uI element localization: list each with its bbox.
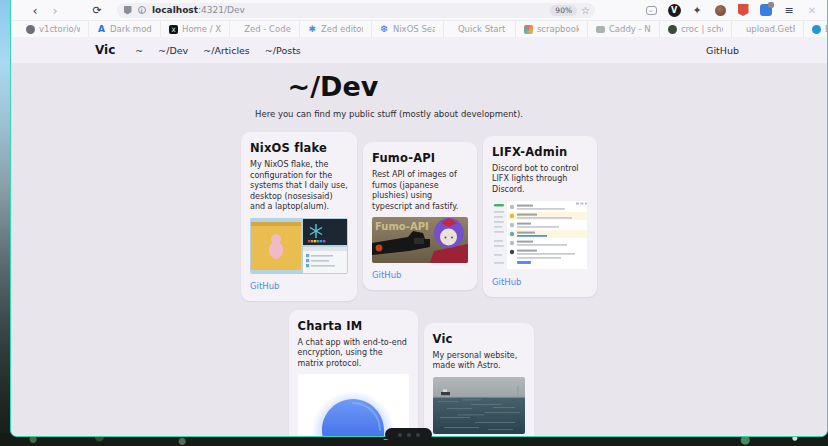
bookmark-item[interactable]: v1ctorio/w: [17, 21, 89, 37]
account-avatar[interactable]: V: [667, 3, 681, 17]
card-title: NixOS flake: [250, 141, 348, 155]
bookmark-label: Home / X: [182, 24, 221, 34]
card-github-link[interactable]: GitHub: [492, 277, 521, 287]
url-path: :4321/Dev: [198, 5, 245, 15]
charta-logo-image: [298, 374, 409, 436]
card-charta-im: Charta IM A chat app with end-to-end enc…: [289, 310, 418, 436]
desktop-screen: ‹ › ⟳ i localhost:4321/Dev 90% ☆ ⌄ V ✦ ≡: [0, 0, 828, 446]
dark-mode-icon: A: [97, 25, 106, 34]
lifx-discord-screenshot: [492, 200, 588, 270]
card-github-link[interactable]: GitHub: [250, 281, 279, 291]
tracking-shield-icon[interactable]: [122, 5, 133, 16]
card-fumo-api: Fumo-API Rest API of images of fumos (ja…: [363, 142, 477, 290]
cards-row-1: NixOS flake My NixOS flake, the configur…: [11, 132, 827, 301]
reload-button[interactable]: ⟳: [87, 2, 107, 18]
extensions-puzzle-icon[interactable]: ✦: [690, 3, 704, 17]
card-nixos-flake: NixOS flake My NixOS flake, the configur…: [241, 132, 357, 301]
bookmark-item[interactable]: ❆NixOS Sea: [372, 21, 444, 37]
croc-icon: [668, 25, 677, 34]
browser-window: ‹ › ⟳ i localhost:4321/Dev 90% ☆ ⌄ V ✦ ≡: [10, 0, 828, 437]
forward-button[interactable]: ›: [45, 2, 65, 18]
url-host: localhost: [152, 5, 198, 15]
nav-articles[interactable]: ~/Articles: [203, 45, 250, 56]
site-brand[interactable]: Vic: [95, 43, 115, 57]
zed-icon: ✱: [308, 25, 317, 34]
card-description: A chat app with end-to-end encryption, u…: [298, 338, 409, 370]
card-description: My NixOS flake, the configuration for th…: [250, 160, 348, 213]
x-logo-icon: X: [169, 25, 178, 34]
bookmark-label: v1ctorio/w: [39, 24, 80, 34]
hamburger-menu-icon[interactable]: ≡: [782, 3, 796, 17]
card-lifx-admin: LIFX-Admin Discord bot to control LIFX l…: [483, 136, 597, 298]
page-viewport: Vic ~ ~/Dev ~/Articles ~/Posts GitHub ~/…: [11, 37, 827, 436]
pocket-icon[interactable]: ⌄: [644, 3, 658, 17]
nav-home[interactable]: ~: [135, 45, 143, 56]
bookmark-label: Dark mode: [110, 24, 152, 34]
toolbar-extensions-area: ⌄ V ✦ ≡ ✕: [644, 3, 819, 17]
bookmark-item[interactable]: upload.GetF: [732, 21, 804, 37]
card-description: Rest API of images of fumos (japanese pl…: [372, 170, 468, 212]
bookmark-label: Caddy - Ne: [609, 24, 651, 34]
nav-dev[interactable]: ~/Dev: [158, 45, 188, 56]
url-bar[interactable]: i localhost:4321/Dev 90% ☆: [117, 3, 595, 18]
sea-photo: [433, 377, 525, 434]
nav-posts[interactable]: ~/Posts: [265, 45, 301, 56]
bookmarks-bar: v1ctorio/w ADark mode XHome / X Zed - Co…: [11, 20, 827, 37]
bookmark-label: Quick Start |: [458, 24, 507, 34]
browser-toolbar: ‹ › ⟳ i localhost:4321/Dev 90% ☆ ⌄ V ✦ ≡: [11, 0, 827, 20]
bookmark-item[interactable]: XHome / X: [161, 21, 230, 37]
bookmark-label: Zed editor: [321, 24, 363, 34]
blank-icon: [238, 25, 240, 34]
bots-icon: [812, 25, 821, 34]
bookmark-label: scrapbook: [537, 24, 579, 34]
site-header: Vic ~ ~/Dev ~/Articles ~/Posts GitHub: [11, 37, 827, 63]
site-nav: ~ ~/Dev ~/Articles ~/Posts: [135, 45, 301, 56]
card-title: Charta IM: [298, 319, 409, 333]
card-github-link[interactable]: GitHub: [372, 270, 401, 280]
card-title: Vic: [433, 332, 525, 346]
cards-row-2: Charta IM A chat app with end-to-end enc…: [11, 310, 819, 436]
back-button[interactable]: ‹: [25, 2, 45, 18]
card-vic: Vic My personal website, made with Astro…: [424, 323, 534, 436]
url-text: localhost:4321/Dev: [152, 5, 245, 15]
scrapbook-icon: [524, 25, 533, 34]
card-title: Fumo-API: [372, 151, 468, 165]
adblock-shield-icon[interactable]: [736, 3, 750, 17]
page-title: ~/Dev: [11, 71, 741, 102]
bookmark-label: croc | scho: [681, 24, 723, 34]
bookmark-item[interactable]: Bots: An in: [804, 21, 828, 37]
nixos-flake-screenshot: [250, 218, 348, 274]
bookmark-item[interactable]: scrapbook: [516, 21, 588, 37]
bookmark-item[interactable]: ADark mode: [89, 21, 161, 37]
bookmark-label: Zed - Code: [244, 24, 291, 34]
bookmark-item[interactable]: Quick Start |: [444, 21, 516, 37]
floating-dock-pill[interactable]: [385, 428, 432, 441]
bookmark-item[interactable]: Zed - Code: [230, 21, 300, 37]
blank-icon: [452, 25, 454, 34]
password-manager-icon[interactable]: [759, 3, 773, 17]
fumo-api-image: Fumo-API: [372, 217, 468, 263]
bookmark-label: NixOS Sea: [393, 24, 435, 34]
bookmark-label: upload.GetF: [746, 24, 795, 34]
site-info-icon[interactable]: i: [136, 5, 147, 16]
github-icon: [26, 25, 35, 34]
bookmark-item[interactable]: ✱Zed editor: [300, 21, 372, 37]
extension-icon[interactable]: [713, 3, 727, 17]
card-title: LIFX-Admin: [492, 145, 588, 159]
card-description: Discord bot to control LIFX lights throu…: [492, 164, 588, 196]
nixos-snowflake-icon: ❆: [380, 25, 389, 34]
caddy-icon: [596, 26, 605, 33]
close-icon[interactable]: ✕: [805, 3, 819, 17]
bookmark-item[interactable]: Caddy - Ne: [588, 21, 660, 37]
card-description: My personal website, made with Astro.: [433, 351, 525, 372]
blank-icon: [740, 25, 742, 34]
zoom-level-badge[interactable]: 90%: [550, 5, 577, 16]
header-github-link[interactable]: GitHub: [706, 45, 739, 56]
bookmark-star-icon[interactable]: ☆: [581, 5, 590, 16]
page-subtitle: Here you can find my public stuff (mostl…: [11, 109, 797, 119]
bookmark-item[interactable]: croc | scho: [660, 21, 732, 37]
svg-text:Fumo-API: Fumo-API: [375, 221, 429, 232]
